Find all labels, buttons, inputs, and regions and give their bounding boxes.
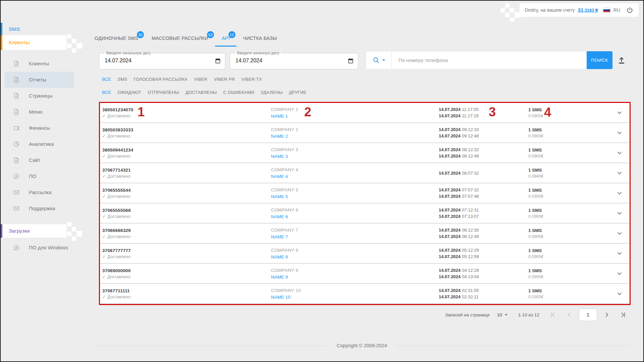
name-link[interactable]: NAME 5 [271, 194, 439, 199]
chevron-down-icon[interactable] [615, 149, 624, 157]
name-link[interactable]: NAME 7 [271, 234, 439, 239]
date-to-label: Введите конечную дату [235, 51, 281, 55]
name-link[interactable]: NAME 6 [271, 214, 439, 219]
company-cell: COMPANY 6NAME 6 [269, 207, 439, 219]
calendar-icon[interactable] [347, 58, 354, 64]
sent-time: 08:07:32 [462, 171, 479, 176]
filter-status-0[interactable]: ВСЕ [102, 90, 111, 95]
sms-count: 1 SMS [528, 168, 609, 173]
table-row[interactable]: 380509441234✓ДоставленоCOMPANY 3NAME 314… [100, 143, 630, 163]
phone-number: 37065555568 [102, 208, 269, 213]
table-row[interactable]: 380503633333✓ДоставленоCOMPANY 2NAME 214… [100, 123, 630, 143]
sidebar-item-pages[interactable]: Страницы [5, 88, 74, 104]
sidebar-item-software-windows[interactable]: ПО для Windows [5, 240, 74, 256]
filter-type-3[interactable]: VIBER [194, 77, 208, 82]
table-row[interactable]: 37066666329✓ДоставленоCOMPANY 7NAME 714.… [100, 224, 630, 244]
tab-count-badge: 12 [228, 31, 235, 38]
chevron-down-icon[interactable] [615, 169, 624, 177]
previous-page-button[interactable] [566, 311, 573, 318]
sidebar-section-clients[interactable]: Клиенты [1, 35, 66, 50]
sidebar-item-mailing[interactable]: Рассылка [5, 184, 74, 200]
sidebar-section-sms[interactable]: SMS [1, 23, 78, 35]
chevron-down-icon[interactable] [615, 290, 624, 298]
per-page-select[interactable]: 10 [497, 312, 507, 317]
sidebar-item-support[interactable]: Поддержка [5, 200, 74, 217]
sidebar-item-label: ПО для Windows [29, 244, 71, 251]
logout-power-icon[interactable] [626, 6, 634, 14]
filter-type-1[interactable]: SMS [117, 77, 127, 82]
chevron-down-icon[interactable] [615, 229, 624, 237]
name-link[interactable]: NAME 10 [271, 295, 439, 300]
chevron-down-icon[interactable] [615, 209, 624, 217]
search-button[interactable]: ПОИСК [587, 51, 612, 69]
search-input[interactable] [392, 51, 587, 69]
first-page-button[interactable] [549, 311, 557, 318]
export-upload-icon[interactable] [617, 56, 626, 65]
sidebar-item-menu[interactable]: Меню [5, 104, 74, 120]
name-link[interactable]: NAME 8 [271, 254, 439, 259]
chevron-down-icon[interactable] [615, 129, 624, 137]
name-link[interactable]: NAME 4 [271, 174, 439, 179]
date-from-label: Введите начальную дату [105, 51, 153, 55]
sidebar-item-analytics[interactable]: Аналитика [5, 136, 74, 152]
sidebar-section-downloads[interactable]: Загрузки [1, 224, 66, 238]
last-page-button[interactable] [619, 311, 627, 318]
tab-single-sms[interactable]: ОДИНОЧНЫЕ SMS36 [88, 31, 145, 46]
chevron-down-icon[interactable] [615, 249, 624, 257]
table-row[interactable]: 37067777777✓ДоставленоCOMPANY 8NAME 814.… [100, 244, 630, 264]
filter-status-2[interactable]: ОТПРАВЛЕНЫ [148, 90, 179, 95]
delivery-status: ✓Доставлено [102, 154, 269, 159]
table-row[interactable]: 37065555568✓ДоставленоCOMPANY 6NAME 614.… [100, 203, 630, 224]
current-page-input[interactable] [579, 308, 597, 321]
search-icon [372, 56, 380, 64]
chevron-down-icon[interactable] [615, 109, 624, 117]
language-label[interactable]: RU [613, 7, 620, 13]
check-icon: ✓ [102, 275, 106, 279]
check-icon: ✓ [102, 134, 106, 138]
check-icon: ✓ [102, 114, 106, 118]
table-row[interactable]: 37067711111✓ДоставленоCOMPANY 10NAME 101… [100, 284, 630, 304]
sidebar-item-reports[interactable]: Отчеты [5, 72, 74, 88]
filter-type-0[interactable]: ВСЕ [102, 77, 111, 82]
delivery-status: ✓Доставлено [102, 134, 269, 138]
search-type-selector[interactable] [366, 51, 392, 69]
filter-type-2[interactable]: ГОЛОСОВАЯ РАССЫЛКА [133, 77, 187, 82]
next-page-button[interactable] [603, 311, 610, 318]
sidebar: SMS Клиенты КлиентыОтчетыСтраницыМенюФин… [1, 1, 78, 361]
name-link[interactable]: NAME 9 [271, 275, 439, 280]
filter-status-5[interactable]: УДАЛЕНЫ [261, 90, 283, 95]
document-icon [13, 60, 20, 67]
sidebar-item-clients[interactable]: Клиенты [5, 56, 74, 72]
chevron-down-icon[interactable] [615, 269, 624, 278]
sidebar-item-site[interactable]: Сайт [5, 152, 74, 168]
name-link[interactable]: NAME 2 [271, 134, 439, 139]
chevron-down-icon[interactable] [615, 189, 624, 197]
table-row[interactable]: 37069000000✓ДоставленоCOMPANY 9NAME 914.… [100, 264, 630, 284]
sidebar-item-label: Сайт [29, 157, 43, 164]
tab-api[interactable]: API12 [215, 31, 236, 46]
tab-base-cleaning[interactable]: ЧИСТКА БАЗЫ [236, 31, 284, 46]
filter-status-4[interactable]: С ОШИБКАМИ [223, 90, 254, 95]
calendar-icon[interactable] [215, 58, 221, 64]
balance-link[interactable]: 31,3183 ₴ [578, 7, 598, 13]
price: 0.0300€ [528, 295, 609, 299]
sent-date: 14.07.2024 [439, 127, 461, 132]
date-from-field: Введите начальную дату [99, 51, 225, 69]
filter-status-6[interactable]: ДРУГИЕ [289, 90, 306, 95]
date-to-input[interactable] [235, 57, 347, 64]
table-row[interactable]: 37065555544✓ДоставленоCOMPANY 5NAME 514.… [100, 183, 630, 203]
filter-status-1[interactable]: ОЖИДАЮТ [117, 90, 141, 95]
filter-type-4[interactable]: VIBER PR [214, 77, 235, 82]
date-from-input[interactable] [104, 57, 215, 64]
sms-cell: 1 SMS0.0900€ [527, 147, 609, 159]
delivered-datetime: 14.07.202411:17:19 [439, 113, 527, 118]
filter-status-3[interactable]: ДОСТАВЛЕНЫ [185, 90, 217, 95]
table-row[interactable]: 37067714321✓ДоставленоCOMPANY 4NAME 414.… [100, 163, 630, 183]
name-link[interactable]: NAME 1 [271, 114, 439, 119]
tab-mass-mailings[interactable]: МАССОВЫЕ РАССЫЛКИ53 [145, 31, 215, 46]
sent-date: 14.07.2024 [439, 268, 461, 273]
sidebar-item-software[interactable]: ПО [5, 168, 74, 184]
filter-type-5[interactable]: VIBER TX [241, 77, 262, 82]
sidebar-item-finance[interactable]: Финансы [5, 120, 74, 136]
name-link[interactable]: NAME 3 [271, 154, 439, 159]
